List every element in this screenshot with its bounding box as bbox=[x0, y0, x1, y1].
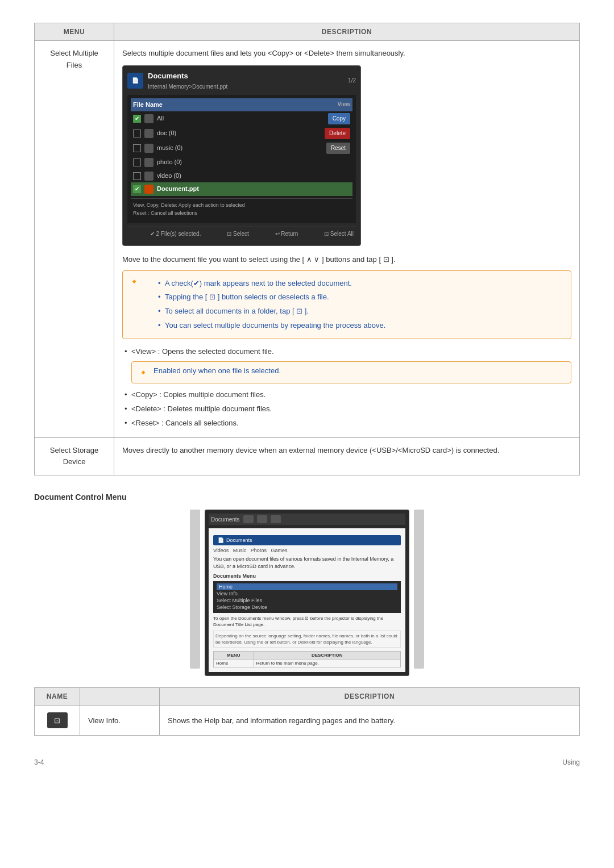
bottom-name-label bbox=[80, 688, 160, 706]
storage-description: Moves directly to another memory device … bbox=[122, 446, 499, 454]
main-bullets-list: <View> : Opens the selected document fil… bbox=[122, 345, 571, 431]
note-icon: 🔸 bbox=[128, 274, 140, 289]
mini-top-bar: Documents bbox=[209, 514, 405, 525]
mini-table-desc-cell: Return to the main menu page. bbox=[254, 660, 400, 667]
doc-control-wrapper: Documents 📄 Documents Videos Music Photo… bbox=[34, 510, 580, 676]
mini-warning-note: Depending on the source language setting… bbox=[213, 631, 401, 648]
mini-menu-home: Home bbox=[217, 583, 397, 590]
doc-footer: ✔ 2 File(s) selected. ⊡ Select ↩ Return … bbox=[127, 227, 356, 241]
doc-title: Documents bbox=[148, 70, 227, 82]
doc-file-document-ppt: ✔ Document.ppt bbox=[131, 182, 352, 196]
note-box-view: 🔸 Enabled only when one file is selected… bbox=[131, 361, 571, 384]
mini-icon-1 bbox=[243, 515, 254, 523]
file-name-doc: doc (0) bbox=[157, 128, 176, 139]
mini-doc-card: 📄 Documents bbox=[213, 535, 401, 545]
footer-label: Using bbox=[562, 758, 580, 766]
mini-content: 📄 Documents Videos Music Photos Games Yo… bbox=[209, 528, 405, 672]
doc-file-video: video (0) bbox=[131, 169, 352, 183]
right-sidebar-bar bbox=[414, 510, 424, 669]
mini-table: MENU DESCRIPTION Home Return to the main… bbox=[213, 651, 401, 667]
mini-menu-viewinfo: View Info. bbox=[217, 590, 397, 597]
bottom-table-row: ⊡ View Info. Shows the Help bar, and inf… bbox=[35, 706, 580, 736]
bullet-reset: <Reset> : Cancels all selections. bbox=[122, 416, 571, 431]
doc-control-section: Document Control Menu Documents 📄 Docume… bbox=[34, 493, 580, 676]
sub-bullet-2: Tapping the [ ⊡ ] button selects or dese… bbox=[156, 290, 385, 304]
mini-open-note: To open the Documents menu window, press… bbox=[213, 615, 401, 628]
checkbox-all: ✔ bbox=[133, 115, 141, 123]
file-icon-doc bbox=[144, 129, 154, 138]
mini-menu-select-storage: Select Storage Device bbox=[217, 604, 397, 611]
doc-file-doc: doc (0) Delete bbox=[131, 126, 352, 141]
table-row: Select Multiple Files Selects multiple d… bbox=[35, 41, 580, 438]
doc-page-number: 1/2 bbox=[348, 76, 356, 85]
table-row-storage: Select StorageDevice Moves directly to a… bbox=[35, 437, 580, 475]
mini-table-menu-header: MENU bbox=[214, 652, 254, 660]
move-text: Move to the document file you want to se… bbox=[122, 254, 571, 266]
menu-column-header: MENU bbox=[35, 23, 114, 41]
file-icon-ppt bbox=[144, 185, 154, 194]
checkbox-music bbox=[133, 144, 141, 152]
selected-count: ✔ 2 File(s) selected. bbox=[150, 229, 201, 239]
bullet-view: <View> : Opens the selected document fil… bbox=[122, 345, 571, 388]
mini-doc-screenshot: Documents 📄 Documents Videos Music Photo… bbox=[205, 510, 409, 676]
footer-page-number: 3-4 bbox=[34, 758, 44, 766]
note-box-sub-bullets: 🔸 A check(✔) mark appears next to the se… bbox=[122, 270, 571, 339]
file-name-ppt: Document.ppt bbox=[157, 184, 199, 194]
sub-bullet-3: To select all documents in a folder, tap… bbox=[156, 304, 385, 319]
doc-control-title: Document Control Menu bbox=[34, 493, 580, 502]
view-info-icon: ⊡ bbox=[47, 712, 68, 728]
file-icon-all bbox=[144, 114, 154, 123]
sub-bullet-1: A check(✔) mark appears next to the sele… bbox=[156, 277, 385, 291]
enabled-note: Enabled only when one file is selected. bbox=[154, 365, 281, 377]
file-icon-music bbox=[144, 144, 154, 153]
main-content-table: MENU DESCRIPTION Select Multiple Files S… bbox=[34, 23, 580, 475]
doc-app-icon: 📄 bbox=[127, 73, 143, 89]
mini-table-desc-header: DESCRIPTION bbox=[254, 652, 400, 660]
page-footer: 3-4 Using bbox=[34, 758, 580, 766]
file-icon-photo bbox=[144, 158, 154, 167]
footer-return: ↩ Return bbox=[275, 229, 298, 239]
mini-table-row: Home Return to the main menu page. bbox=[214, 660, 401, 667]
bottom-table: NAME DESCRIPTION ⊡ View Info. Shows the … bbox=[34, 687, 580, 736]
footer-select-all: ⊡ Select All bbox=[324, 229, 354, 239]
file-name-music: music (0) bbox=[157, 143, 182, 153]
file-icon-video bbox=[144, 172, 154, 181]
copy-button: Copy bbox=[328, 113, 350, 124]
mini-title: Documents bbox=[211, 516, 240, 523]
mini-sub-videos: Videos Music Photos Games bbox=[213, 548, 287, 553]
sub-bullets-list: A check(✔) mark appears next to the sele… bbox=[144, 277, 385, 333]
sub-bullet-4: You can select multiple documents by rep… bbox=[156, 319, 385, 333]
mini-table-menu-cell: Home bbox=[214, 660, 254, 667]
description-intro: Selects multiple document files and lets… bbox=[122, 48, 571, 60]
bottom-description-col: DESCRIPTION bbox=[160, 688, 580, 706]
doc-file-photo: photo (0) bbox=[131, 156, 352, 169]
doc-file-music: music (0) Reset bbox=[131, 141, 352, 156]
left-sidebar-bar bbox=[190, 510, 200, 669]
description-column-header: DESCRIPTION bbox=[114, 23, 580, 41]
doc-subtitle: Internal Memory>Document.ppt bbox=[148, 82, 227, 91]
view-note-icon: 🔸 bbox=[138, 365, 149, 380]
menu-cell-storage: Select StorageDevice bbox=[35, 437, 114, 475]
checkbox-video bbox=[133, 172, 141, 180]
menu-cell-select-multiple: Select Multiple Files bbox=[35, 41, 114, 438]
doc-inner-panel: File Name View ✔ All Copy bbox=[127, 95, 356, 223]
file-name-all: All bbox=[157, 114, 164, 124]
view-info-icon-cell: ⊡ bbox=[35, 706, 80, 736]
view-info-name: View Info. bbox=[80, 706, 160, 736]
mini-menu-box: Home View Info. Select Multiple Files Se… bbox=[213, 581, 401, 613]
file-name-video: video (0) bbox=[157, 171, 181, 181]
bottom-name-col: NAME bbox=[35, 688, 80, 706]
mini-doc-label: Documents bbox=[226, 537, 252, 543]
bullet-delete: <Delete> : Deletes multiple document fil… bbox=[122, 402, 571, 416]
mini-sub-items: Videos Music Photos Games bbox=[213, 548, 401, 553]
doc-file-name-header: File Name View bbox=[131, 98, 352, 112]
documents-screenshot: 📄 Documents Internal Memory>Document.ppt… bbox=[122, 65, 361, 246]
mini-menu-select-multiple: Select Multiple Files bbox=[217, 597, 397, 604]
file-name-photo: photo (0) bbox=[157, 157, 182, 168]
view-info-description: Shows the Help bar, and information rega… bbox=[160, 706, 580, 736]
doc-hint: View, Copy, Delete: Apply each action to… bbox=[131, 198, 352, 220]
mini-menu-label: Documents Menu bbox=[213, 573, 401, 579]
description-cell-select-multiple: Selects multiple document files and lets… bbox=[114, 41, 580, 438]
checkbox-doc bbox=[133, 130, 141, 137]
checkbox-photo bbox=[133, 158, 141, 166]
